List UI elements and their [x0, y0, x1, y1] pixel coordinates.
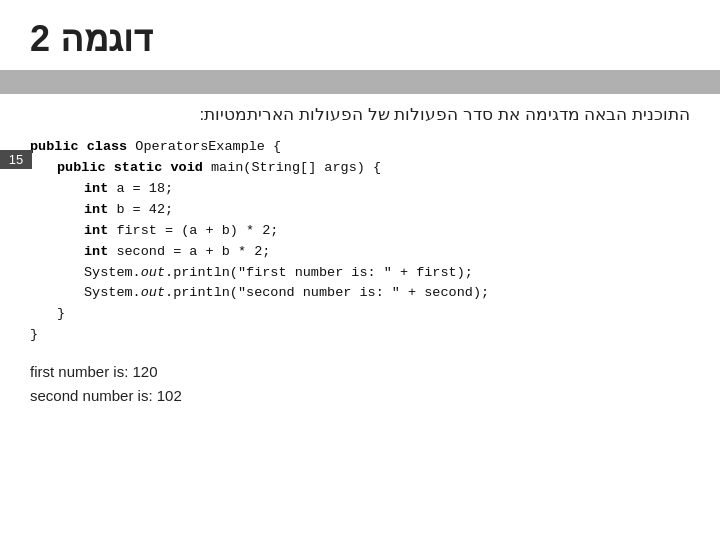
code-line-8: System.out.println("second number is: " …: [84, 283, 690, 304]
code-line-7: System.out.println("first number is: " +…: [84, 263, 690, 284]
slide-number-bar: 15: [0, 70, 720, 94]
kw-int-first: int: [84, 223, 108, 238]
kw-public-class: public class: [30, 139, 127, 154]
slide-number: 15: [0, 150, 32, 169]
code-close-2: }: [30, 325, 690, 346]
kw-int-second: int: [84, 244, 108, 259]
page-title: דוגמה 2: [30, 18, 153, 59]
code-line-4: int b = 42;: [84, 200, 690, 221]
kw-static: static: [114, 160, 163, 175]
code-block: public class OperatorsExample { public s…: [0, 129, 720, 350]
kw-int-a: int: [84, 181, 108, 196]
code-line-6: int second = a + b * 2;: [84, 242, 690, 263]
code-line-5: int first = (a + b) * 2;: [84, 221, 690, 242]
output-line-2: second number is: 102: [30, 384, 690, 408]
kw-void: void: [170, 160, 202, 175]
code-line-1: public class OperatorsExample {: [30, 137, 690, 158]
code-close-1: }: [57, 304, 690, 325]
code-line-2: public static void main(String[] args) {: [57, 158, 690, 179]
title-section: דוגמה 2: [0, 0, 720, 70]
subtitle: התוכנית הבאה מדגימה את סדר הפעולות של הפ…: [0, 94, 720, 129]
kw-public: public: [57, 160, 106, 175]
output-line-1: first number is: 120: [30, 360, 690, 384]
code-line-3: int a = 18;: [84, 179, 690, 200]
kw-int-b: int: [84, 202, 108, 217]
output-block: first number is: 120 second number is: 1…: [0, 350, 720, 408]
